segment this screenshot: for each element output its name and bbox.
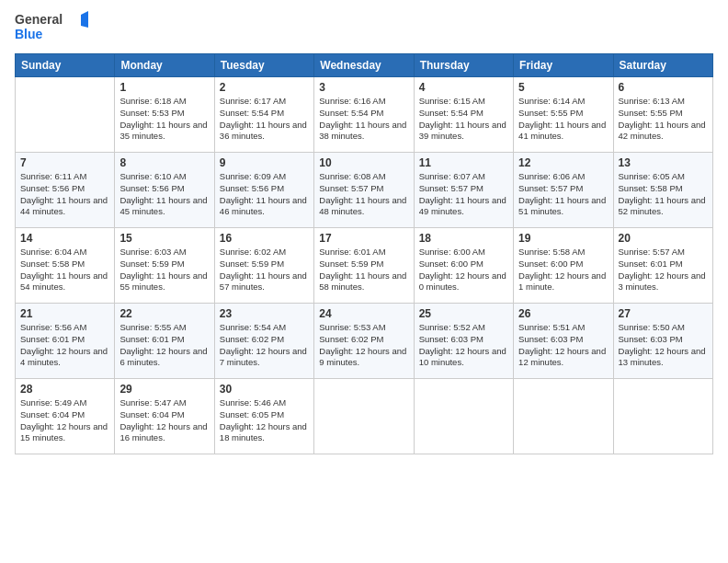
sunset-text: Sunset: 5:59 PM [119,259,209,270]
sunrise-text: Sunrise: 5:50 AM [619,322,708,334]
day-number: 4 [419,81,508,94]
sunrise-text: Sunrise: 6:15 AM [419,96,508,108]
day-info: Sunrise: 5:50 AMSunset: 6:03 PMDaylight:… [619,322,708,369]
day-number: 24 [319,307,408,320]
day-number: 6 [619,81,708,94]
calendar-cell [414,379,513,454]
calendar-cell [314,379,414,454]
sunrise-text: Sunrise: 6:08 AM [319,171,408,183]
day-number: 22 [119,307,209,320]
sunset-text: Sunset: 6:01 PM [119,334,209,346]
sunrise-text: Sunrise: 6:17 AM [220,96,309,108]
calendar-cell: 23Sunrise: 5:54 AMSunset: 6:02 PMDayligh… [214,304,313,379]
day-number: 27 [619,307,708,320]
sunrise-text: Sunrise: 6:05 AM [619,171,708,183]
day-number: 12 [518,156,608,169]
sunrise-text: Sunrise: 5:56 AM [20,322,109,334]
daylight-text: Daylight: 11 hours and 39 minutes. [419,120,508,144]
sunset-text: Sunset: 6:00 PM [518,259,608,270]
calendar-cell: 18Sunrise: 6:00 AMSunset: 6:00 PMDayligh… [414,228,513,304]
day-info: Sunrise: 5:53 AMSunset: 6:02 PMDaylight:… [319,322,408,369]
day-number: 13 [619,156,708,169]
day-info: Sunrise: 6:04 AMSunset: 5:58 PMDaylight:… [20,247,109,293]
daylight-text: Daylight: 12 hours and 13 minutes. [619,346,708,370]
calendar-cell: 26Sunrise: 5:51 AMSunset: 6:03 PMDayligh… [514,304,613,379]
daylight-text: Daylight: 12 hours and 18 minutes. [220,421,309,445]
calendar-cell: 19Sunrise: 5:58 AMSunset: 6:00 PMDayligh… [514,228,613,304]
day-number: 5 [518,81,608,94]
sunset-text: Sunset: 5:55 PM [619,108,708,120]
calendar-week-row: 14Sunrise: 6:04 AMSunset: 5:58 PMDayligh… [16,228,713,304]
day-info: Sunrise: 6:01 AMSunset: 5:59 PMDaylight:… [319,247,408,293]
sunrise-text: Sunrise: 6:14 AM [518,96,608,108]
day-info: Sunrise: 6:08 AMSunset: 5:57 PMDaylight:… [319,171,408,218]
day-info: Sunrise: 5:56 AMSunset: 6:01 PMDaylight:… [20,322,109,369]
day-number: 16 [220,232,309,245]
sunrise-text: Sunrise: 5:53 AM [319,322,408,334]
day-number: 3 [319,81,408,94]
day-info: Sunrise: 5:46 AMSunset: 6:05 PMDaylight:… [220,397,309,444]
sunrise-text: Sunrise: 6:09 AM [220,171,309,183]
daylight-text: Daylight: 11 hours and 57 minutes. [220,270,309,294]
day-number: 23 [220,307,309,320]
sunrise-text: Sunrise: 6:01 AM [319,247,408,259]
sunset-text: Sunset: 5:55 PM [518,108,608,120]
day-number: 18 [419,232,508,245]
sunset-text: Sunset: 6:03 PM [518,334,608,346]
calendar-cell: 7Sunrise: 6:11 AMSunset: 5:56 PMDaylight… [16,153,115,228]
day-info: Sunrise: 6:02 AMSunset: 5:59 PMDaylight:… [220,247,309,293]
sunrise-text: Sunrise: 5:55 AM [119,322,209,334]
daylight-text: Daylight: 12 hours and 10 minutes. [419,346,508,370]
sunset-text: Sunset: 5:54 PM [220,108,309,120]
calendar-cell: 5Sunrise: 6:14 AMSunset: 5:55 PMDaylight… [514,77,613,153]
calendar-cell: 24Sunrise: 5:53 AMSunset: 6:02 PMDayligh… [314,304,414,379]
calendar-cell: 16Sunrise: 6:02 AMSunset: 5:59 PMDayligh… [214,228,313,304]
sunset-text: Sunset: 5:56 PM [20,183,109,195]
day-number: 28 [20,383,109,396]
sunset-text: Sunset: 5:58 PM [619,183,708,195]
calendar-cell: 9Sunrise: 6:09 AMSunset: 5:56 PMDaylight… [214,153,313,228]
daylight-text: Daylight: 11 hours and 49 minutes. [419,195,508,219]
sunrise-text: Sunrise: 6:04 AM [20,247,109,259]
day-info: Sunrise: 5:51 AMSunset: 6:03 PMDaylight:… [518,322,608,369]
day-number: 19 [518,232,608,245]
calendar-cell: 29Sunrise: 5:47 AMSunset: 6:04 PMDayligh… [115,379,214,454]
day-info: Sunrise: 5:52 AMSunset: 6:03 PMDaylight:… [419,322,508,369]
day-number: 8 [119,156,209,169]
sunrise-text: Sunrise: 5:58 AM [518,247,608,259]
sunset-text: Sunset: 5:57 PM [518,183,608,195]
day-info: Sunrise: 6:16 AMSunset: 5:54 PMDaylight:… [319,96,408,143]
day-info: Sunrise: 6:18 AMSunset: 5:53 PMDaylight:… [119,96,209,143]
sunset-text: Sunset: 5:56 PM [220,183,309,195]
header: General Blue [15,9,713,48]
daylight-text: Daylight: 11 hours and 48 minutes. [319,195,408,219]
daylight-text: Daylight: 11 hours and 46 minutes. [220,195,309,219]
sunset-text: Sunset: 5:54 PM [319,108,408,120]
sunset-text: Sunset: 6:03 PM [619,334,708,346]
day-number: 17 [319,232,408,245]
sunrise-text: Sunrise: 5:51 AM [518,322,608,334]
day-number: 29 [119,383,209,396]
day-number: 14 [20,232,109,245]
day-number: 1 [119,81,209,94]
day-info: Sunrise: 5:57 AMSunset: 6:01 PMDaylight:… [619,247,708,293]
sunset-text: Sunset: 6:04 PM [119,409,209,421]
sunset-text: Sunset: 6:05 PM [220,409,309,421]
calendar-cell: 27Sunrise: 5:50 AMSunset: 6:03 PMDayligh… [613,304,712,379]
sunset-text: Sunset: 5:54 PM [419,108,508,120]
calendar-cell: 17Sunrise: 6:01 AMSunset: 5:59 PMDayligh… [314,228,414,304]
calendar-week-row: 21Sunrise: 5:56 AMSunset: 6:01 PMDayligh… [16,304,713,379]
day-number: 26 [518,307,608,320]
daylight-text: Daylight: 11 hours and 36 minutes. [220,120,309,144]
page: General Blue SundayMondayTuesdayWednesda… [0,0,728,563]
calendar-cell: 13Sunrise: 6:05 AMSunset: 5:58 PMDayligh… [613,153,712,228]
calendar-cell: 10Sunrise: 6:08 AMSunset: 5:57 PMDayligh… [314,153,414,228]
calendar-cell: 25Sunrise: 5:52 AMSunset: 6:03 PMDayligh… [414,304,513,379]
day-info: Sunrise: 6:14 AMSunset: 5:55 PMDaylight:… [518,96,608,143]
weekday-header: Sunday [16,54,115,77]
day-info: Sunrise: 6:03 AMSunset: 5:59 PMDaylight:… [119,247,209,293]
day-info: Sunrise: 5:47 AMSunset: 6:04 PMDaylight:… [119,397,209,444]
weekday-header: Thursday [414,54,513,77]
day-number: 11 [419,156,508,169]
sunrise-text: Sunrise: 6:07 AM [419,171,508,183]
